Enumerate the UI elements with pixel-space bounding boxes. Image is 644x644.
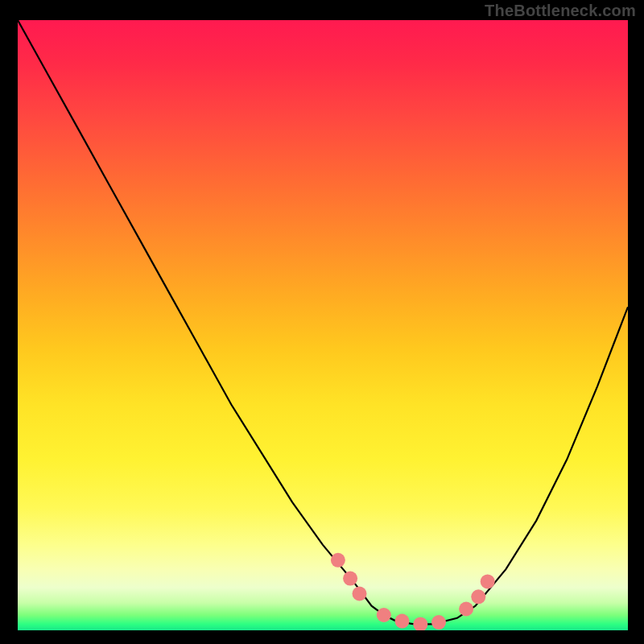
marker-dot [353, 587, 367, 601]
marker-dot [377, 608, 391, 622]
marker-dot [343, 572, 357, 586]
curve-layer [18, 20, 628, 630]
bottleneck-curve [18, 20, 628, 624]
marker-dot [413, 617, 427, 630]
marker-dot [395, 614, 410, 629]
attribution-text: TheBottleneck.com [485, 2, 636, 20]
marker-dot [331, 553, 345, 568]
plot-area [18, 20, 628, 630]
marker-group [331, 553, 495, 630]
outer-frame: TheBottleneck.com [0, 0, 644, 644]
marker-dot [459, 602, 473, 617]
marker-dot [481, 574, 495, 588]
marker-dot [431, 615, 446, 630]
marker-dot [471, 589, 485, 604]
